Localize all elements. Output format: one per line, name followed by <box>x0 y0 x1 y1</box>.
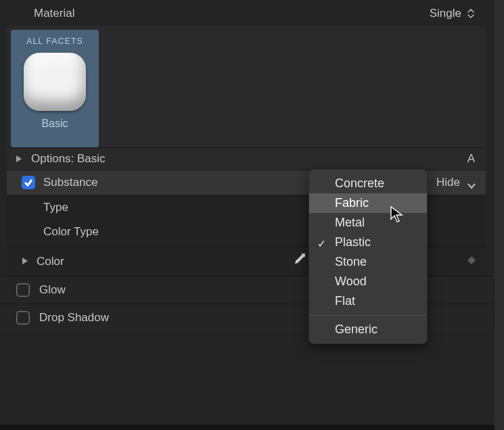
scrollbar-track[interactable] <box>495 0 504 430</box>
svg-rect-2 <box>302 254 305 257</box>
chevron-down-icon <box>467 179 476 186</box>
material-header-row: Material Single <box>0 0 492 26</box>
material-thumbnail <box>24 53 86 111</box>
menu-item[interactable]: Flat <box>309 291 427 311</box>
glow-checkbox[interactable] <box>16 283 30 297</box>
menu-separator <box>309 315 427 316</box>
svg-marker-1 <box>22 258 28 264</box>
panel-bottom-border <box>0 425 495 430</box>
color-type-label: Color Type <box>43 225 99 239</box>
menu-item[interactable]: Wood <box>309 272 427 291</box>
options-row[interactable]: Options: Basic A <box>7 147 486 170</box>
facet-name-label: Basic <box>41 118 68 130</box>
drop-shadow-checkbox[interactable] <box>16 311 30 325</box>
updown-caret-icon <box>467 8 475 19</box>
menu-item[interactable]: Concrete <box>309 174 427 193</box>
menu-item[interactable]: Plastic✓ <box>309 233 427 252</box>
drop-shadow-label: Drop Shadow <box>39 311 109 325</box>
material-mode-select[interactable]: Single <box>430 7 475 20</box>
options-right-text: A <box>467 152 475 166</box>
type-dropdown-menu: ConcreteFabricMetalPlastic✓StoneWoodFlat… <box>308 169 428 344</box>
material-mode-value: Single <box>430 7 461 20</box>
checkmark-icon: ✓ <box>317 237 326 250</box>
svg-marker-0 <box>16 156 22 162</box>
glow-label: Glow <box>39 283 66 297</box>
disclosure-triangle-icon[interactable] <box>22 255 28 268</box>
substance-hide-toggle[interactable]: Hide <box>436 176 476 189</box>
facet-card-selected[interactable]: ALL FACETS Basic <box>11 30 99 147</box>
type-label: Type <box>43 201 68 214</box>
menu-item[interactable]: Metal <box>309 213 427 233</box>
eyedropper-icon[interactable] <box>292 253 306 270</box>
options-label: Options: Basic <box>31 152 106 166</box>
material-label: Material <box>34 7 74 20</box>
keyframe-diamond-icon[interactable] <box>467 255 476 268</box>
menu-item[interactable]: Stone <box>309 252 427 272</box>
hide-label: Hide <box>436 176 460 189</box>
facets-tab-label: ALL FACETS <box>26 34 83 53</box>
svg-marker-3 <box>467 256 476 264</box>
substance-checkbox[interactable] <box>22 176 35 189</box>
substance-label: Substance <box>43 176 97 189</box>
color-label: Color <box>37 255 64 268</box>
menu-item[interactable]: Generic <box>309 320 427 339</box>
menu-item[interactable]: Fabric <box>309 193 427 213</box>
facets-well: ALL FACETS Basic <box>7 26 486 147</box>
disclosure-triangle-icon[interactable] <box>15 155 23 163</box>
